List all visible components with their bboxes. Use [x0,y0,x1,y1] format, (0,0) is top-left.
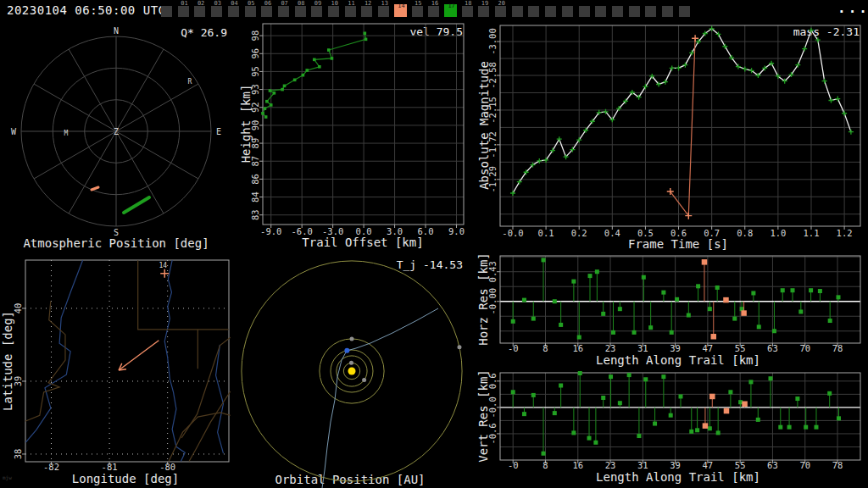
svg-text:39: 39 [670,460,681,470]
svg-text:-3.00: -3.00 [487,28,498,55]
frame-thumbnail[interactable] [595,6,606,17]
svg-text:55: 55 [735,343,746,353]
frame-number: 16 [431,1,438,7]
frame-thumbnail-09[interactable] [311,6,322,17]
frame-number: 07 [281,1,287,7]
frame-thumbnail-03[interactable] [211,6,222,17]
tick-labels: -081623313947556370780.43-0.00 [487,261,843,353]
frame-thumbnail-13[interactable] [378,6,389,17]
svg-text:95: 95 [250,66,260,77]
plot-frame [500,25,860,226]
frame-thumbnail[interactable] [528,6,539,17]
vert-residuals-green-stems [511,371,841,456]
frame-thumbnail[interactable] [562,6,573,17]
frame-thumbnail-04[interactable] [228,6,239,17]
tick-marks [22,308,168,465]
svg-text:87: 87 [250,156,260,167]
frame-thumbnail[interactable] [161,6,172,17]
tick-labels: -0.00.10.20.40.50.60.70.81.01.11.2-3.00-… [487,28,853,238]
svg-text:0.4: 0.4 [604,228,620,238]
frame-thumbnail[interactable] [612,6,623,17]
overflow-menu-button[interactable]: ... [837,0,868,16]
frame-thumbnail[interactable] [645,6,656,17]
frame-thumbnail[interactable] [579,6,590,17]
frame-thumbnail-05[interactable] [245,6,256,17]
svg-text:90: 90 [250,120,260,131]
svg-text:8: 8 [542,343,548,353]
frame-number: 20 [498,1,505,7]
frame-number: 05 [248,1,254,7]
frame-number: 10 [331,1,338,7]
svg-text:23: 23 [605,343,616,353]
frame-number: 18 [465,1,471,7]
tick-labels: -9.0-6.0-3.00.03.06.09.08384868789909293… [250,30,465,236]
earth-dot [344,348,349,353]
svg-text:-0.0: -0.0 [502,228,523,238]
svg-text:86: 86 [250,174,260,185]
svg-text:47: 47 [703,460,714,470]
svg-text:-0: -0 [508,343,519,353]
svg-text:0.6: 0.6 [487,373,498,389]
frame-thumbnail-06[interactable] [261,6,272,17]
svg-text:0.7: 0.7 [704,228,720,238]
border-line [189,391,231,462]
border-line [138,260,229,330]
map-features [25,260,231,461]
grid [500,373,860,460]
svg-text:-9.0: -9.0 [260,226,281,236]
frame-thumbnail-19[interactable] [478,6,489,17]
svg-text:-6.0: -6.0 [292,226,313,236]
compass-E: E [216,127,221,136]
svg-text:6.0: 6.0 [418,226,434,236]
frame-thumbnail[interactable] [512,6,523,17]
frame-number: 08 [298,1,304,7]
svg-text:0.6: 0.6 [670,228,687,238]
frame-thumbnail[interactable] [662,6,673,17]
svg-text:-80: -80 [159,462,175,472]
svg-text:23: 23 [605,460,616,470]
light-curve-plot: -0.00.10.20.40.50.60.70.81.01.11.2-3.00-… [475,21,868,254]
frame-thumbnail[interactable] [545,6,556,17]
frame-thumbnail-12[interactable] [361,6,372,17]
river-line [164,260,185,461]
frame-thumbnail-07[interactable] [278,6,289,17]
grid [263,24,464,225]
frame-thumbnail-15[interactable] [412,6,423,17]
direction-arrow [119,341,159,370]
frame-number: 02 [198,1,204,7]
svg-text:0.1: 0.1 [538,228,554,238]
meteor-trail-orange [92,187,98,190]
frame-number: 06 [264,1,271,7]
border-line [25,301,65,421]
svg-text:-81: -81 [102,462,118,472]
frame-thumbnail-08[interactable] [295,6,306,17]
frame-thumbnail-10[interactable] [328,6,339,17]
mars-dot [350,336,354,341]
svg-text:-82: -82 [43,462,59,472]
mercury-dot [349,361,353,365]
map-frame-marker-label: 14 [159,262,167,269]
frame-thumbnail[interactable] [629,6,640,17]
sky-label-M: M [64,130,69,137]
frame-thumbnail-11[interactable] [345,6,356,17]
svg-text:-3.0: -3.0 [322,226,343,236]
svg-text:63: 63 [767,343,778,353]
frame-thumbnail-18[interactable] [462,6,473,17]
tick-labels: -82-81-80403938 [13,303,175,472]
svg-text:-2.58: -2.58 [487,62,498,89]
height-trail-line [263,33,366,117]
svg-text:70: 70 [799,343,810,353]
frame-thumbnail-20[interactable] [495,6,506,17]
frame-number: 03 [214,1,221,7]
frame-thumbnail-01[interactable] [178,6,189,17]
svg-text:-2.15: -2.15 [487,97,498,124]
frame-number: 11 [348,1,354,7]
frame-thumbnail-02[interactable] [194,6,205,17]
frame-thumbnail-16[interactable] [428,6,439,17]
frame-thumbnail[interactable] [679,6,690,17]
svg-text:93: 93 [250,84,260,95]
meteoroid-trajectory [322,308,438,488]
tick-marks [259,36,456,228]
svg-text:0.0: 0.0 [356,226,372,236]
svg-text:-1.29: -1.29 [487,166,498,193]
